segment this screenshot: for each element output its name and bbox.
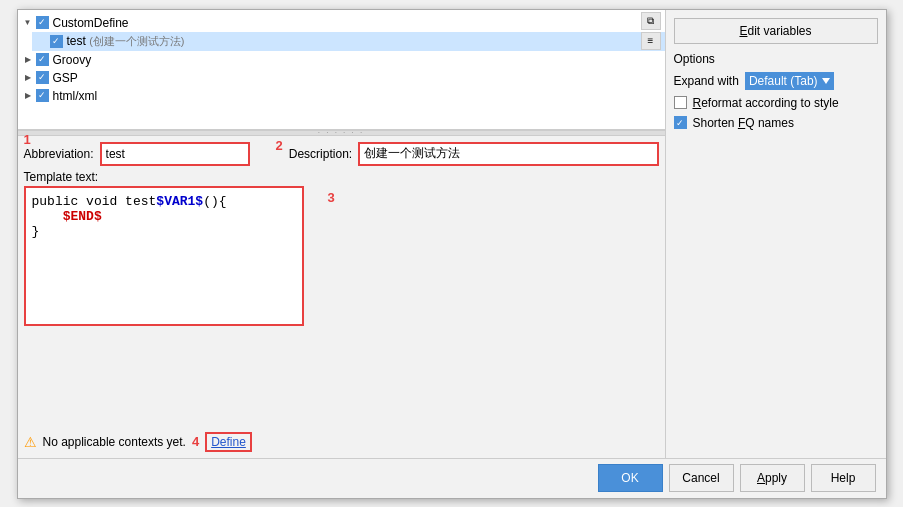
bottom-bar: OK Cancel Apply Help bbox=[18, 458, 886, 498]
checkbox-gsp[interactable] bbox=[36, 71, 49, 84]
shorten-checkbox[interactable]: ✓ bbox=[674, 116, 687, 129]
form-area: 1 Abbreviation: 2 Description: bbox=[18, 136, 665, 170]
end-token: $END$ bbox=[63, 209, 102, 224]
var1-token: $VAR1$ bbox=[156, 194, 203, 209]
annotation-4: 4 bbox=[192, 434, 199, 449]
expand-with-label: Expand with bbox=[674, 74, 739, 88]
expand-arrow-customdefine[interactable] bbox=[22, 17, 34, 29]
shorten-checkbox-row: ✓ Shorten FQ names bbox=[674, 116, 878, 130]
description-input[interactable] bbox=[358, 142, 658, 166]
main-content: CustomDefine test (创建一个测试方法) Groovy bbox=[18, 10, 886, 458]
expand-arrow-groovy[interactable] bbox=[22, 54, 34, 66]
template-section: Template text: public void test$VAR1$(){… bbox=[18, 170, 665, 428]
annotation-1: 1 bbox=[24, 132, 31, 147]
description-label: Description: bbox=[289, 147, 352, 161]
ok-button[interactable]: OK bbox=[598, 464, 663, 492]
tree-item-test[interactable]: test (创建一个测试方法) bbox=[32, 32, 665, 51]
abbreviation-row: 1 Abbreviation: 2 Description: bbox=[24, 142, 659, 166]
tree-label-customdefine: CustomDefine bbox=[53, 16, 129, 30]
abbreviation-input[interactable] bbox=[100, 142, 250, 166]
checkbox-groovy[interactable] bbox=[36, 53, 49, 66]
context-area: ⚠ No applicable contexts yet. 4 Define bbox=[18, 428, 665, 458]
options-label: Options bbox=[674, 52, 878, 66]
template-textarea-wrapper: public void test$VAR1$(){ $END$ } bbox=[24, 186, 304, 424]
tree-item-htmlxml[interactable]: html/xml bbox=[18, 87, 665, 105]
help-button[interactable]: Help bbox=[811, 464, 876, 492]
right-panel: Edit variables Options Expand with Defau… bbox=[666, 10, 886, 458]
expand-select-arrow bbox=[822, 78, 830, 84]
checkbox-customdefine[interactable] bbox=[36, 16, 49, 29]
checkbox-test[interactable] bbox=[50, 35, 63, 48]
define-link[interactable]: Define bbox=[205, 432, 252, 452]
warning-icon: ⚠ bbox=[24, 434, 37, 450]
left-panel: CustomDefine test (创建一个测试方法) Groovy bbox=[18, 10, 666, 458]
edit-variables-button[interactable]: Edit variables bbox=[674, 18, 878, 44]
template-text-label: Template text: bbox=[24, 170, 659, 184]
apply-button[interactable]: Apply bbox=[740, 464, 805, 492]
expand-with-value: Default (Tab) bbox=[749, 74, 818, 88]
tree-area: CustomDefine test (创建一个测试方法) Groovy bbox=[18, 10, 665, 130]
template-spacer: 3 bbox=[308, 186, 659, 424]
edit-variables-label: Edit variables bbox=[739, 24, 811, 38]
tree-item-customdefine[interactable]: CustomDefine bbox=[18, 14, 665, 32]
reformat-checkbox[interactable] bbox=[674, 96, 687, 109]
tree-item-gsp[interactable]: GSP bbox=[18, 69, 665, 87]
expand-arrow-gsp[interactable] bbox=[22, 72, 34, 84]
cancel-label: Cancel bbox=[682, 471, 719, 485]
cancel-button[interactable]: Cancel bbox=[669, 464, 734, 492]
copy-button[interactable]: ⧉ bbox=[641, 12, 661, 30]
tree-label-test: test (创建一个测试方法) bbox=[67, 34, 185, 49]
annotation-3: 3 bbox=[328, 190, 335, 205]
annotation-2: 2 bbox=[276, 138, 283, 153]
checkbox-htmlxml[interactable] bbox=[36, 89, 49, 102]
template-textarea[interactable]: public void test$VAR1$(){ $END$ } bbox=[24, 186, 304, 326]
code-line3: } bbox=[32, 224, 296, 239]
options-section: Options Expand with Default (Tab) Reform… bbox=[674, 52, 878, 130]
ok-label: OK bbox=[621, 471, 638, 485]
code-line2: $END$ bbox=[32, 209, 296, 224]
context-text: No applicable contexts yet. bbox=[43, 435, 186, 449]
tree-item-groovy[interactable]: Groovy bbox=[18, 51, 665, 69]
template-body: public void test$VAR1$(){ $END$ } 3 bbox=[24, 186, 659, 424]
reformat-checkbox-row: Reformat according to style bbox=[674, 96, 878, 110]
tree-label-groovy: Groovy bbox=[53, 53, 92, 67]
code-line1: public void test$VAR1$(){ bbox=[32, 194, 296, 209]
dialog: CustomDefine test (创建一个测试方法) Groovy bbox=[17, 9, 887, 499]
expand-with-row: Expand with Default (Tab) bbox=[674, 72, 878, 90]
scroll-button[interactable]: ≡ bbox=[641, 32, 661, 50]
tree-label-gsp: GSP bbox=[53, 71, 78, 85]
expand-arrow-htmlxml[interactable] bbox=[22, 90, 34, 102]
tree-toolbar: ⧉ ≡ bbox=[641, 12, 661, 50]
abbreviation-label: Abbreviation: bbox=[24, 147, 94, 161]
reformat-label: Reformat according to style bbox=[693, 96, 839, 110]
shorten-label: Shorten FQ names bbox=[693, 116, 794, 130]
apply-label: Apply bbox=[757, 471, 787, 485]
tree-label-htmlxml: html/xml bbox=[53, 89, 98, 103]
help-label: Help bbox=[831, 471, 856, 485]
expand-with-select[interactable]: Default (Tab) bbox=[745, 72, 834, 90]
